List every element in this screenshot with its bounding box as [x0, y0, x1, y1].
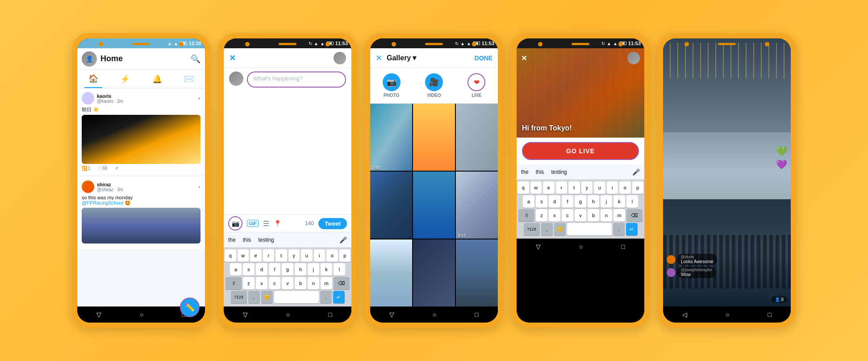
k4-i[interactable]: i — [607, 181, 618, 194]
search-icon[interactable]: 🔍 — [191, 54, 200, 64]
home-btn-4[interactable]: ○ — [579, 243, 583, 250]
k4-k[interactable]: k — [613, 195, 625, 208]
nav-home-icon[interactable]: 🏠 — [84, 70, 102, 88]
compose-fab[interactable]: ✏️ — [180, 298, 200, 317]
back-btn-2[interactable]: ▽ — [243, 311, 248, 318]
k4-j[interactable]: j — [601, 195, 612, 208]
k4-o[interactable]: o — [619, 181, 631, 194]
k4-c[interactable]: c — [562, 209, 573, 222]
k4-g[interactable]: g — [575, 195, 586, 208]
gallery-item-3[interactable] — [456, 104, 498, 171]
key-c[interactable]: c — [269, 277, 280, 290]
like-action[interactable]: ♡ 66 — [98, 166, 108, 171]
key-j[interactable]: j — [308, 263, 319, 276]
k4-d[interactable]: d — [549, 195, 560, 208]
gallery-item-2[interactable] — [413, 104, 455, 171]
close-button[interactable]: ✕ — [229, 53, 236, 63]
back-btn-5[interactable]: ◁ — [682, 311, 687, 318]
k4-s[interactable]: s — [536, 195, 547, 208]
gallery-item-6[interactable]: 3:17 — [456, 172, 498, 239]
gallery-item-8[interactable] — [413, 239, 455, 306]
home-button[interactable]: ○ — [140, 311, 143, 318]
key-i[interactable]: i — [314, 249, 326, 262]
suggestion-4-3[interactable]: testing — [551, 169, 567, 175]
home-btn-5[interactable]: ○ — [726, 311, 729, 318]
key-s[interactable]: s — [243, 263, 255, 276]
key-h[interactable]: h — [295, 263, 306, 276]
key-e[interactable]: e — [250, 249, 262, 262]
recent-btn-2[interactable]: □ — [329, 311, 332, 318]
key-z[interactable]: z — [243, 277, 255, 290]
nav-bell-icon[interactable]: 🔔 — [148, 70, 166, 88]
key-p[interactable]: p — [339, 249, 351, 262]
k4-123[interactable]: ?123 — [524, 223, 540, 235]
key-o[interactable]: o — [326, 249, 338, 262]
tweet-button[interactable]: Tweet — [318, 218, 347, 229]
back-btn-4[interactable]: ▽ — [536, 243, 541, 250]
key-v[interactable]: v — [282, 277, 293, 290]
media-type-photo[interactable]: 📷 PHOTO — [383, 73, 401, 98]
nav-lightning-icon[interactable]: ⚡ — [116, 70, 134, 88]
k4-f[interactable]: f — [562, 195, 573, 208]
share-action[interactable]: ↗ — [115, 166, 118, 171]
key-emoji[interactable]: 😊 — [261, 291, 273, 303]
key-d[interactable]: d — [256, 263, 267, 276]
done-button[interactable]: DONE — [475, 55, 492, 62]
suggestion-4-1[interactable]: the — [521, 169, 529, 175]
go-live-button[interactable]: GO LIVE — [522, 142, 639, 160]
k4-enter[interactable]: ↵ — [626, 223, 638, 235]
k4-comma[interactable]: , — [541, 223, 553, 235]
recent-btn-4[interactable]: □ — [622, 243, 625, 250]
k4-period[interactable]: . — [613, 223, 625, 235]
suggestion-4-2[interactable]: this — [536, 169, 544, 175]
recent-btn-5[interactable]: □ — [768, 311, 772, 318]
k4-emoji[interactable]: 😊 — [554, 223, 566, 235]
key-q[interactable]: q — [225, 249, 236, 262]
list-icon[interactable]: ☰ — [263, 219, 269, 228]
key-backspace[interactable]: ⌫ — [334, 277, 350, 290]
k4-t[interactable]: t — [568, 181, 580, 194]
mic-icon[interactable]: 🎤 — [339, 236, 347, 243]
k4-m[interactable]: m — [613, 209, 625, 222]
k4-e[interactable]: e — [543, 181, 555, 194]
gallery-item-9[interactable] — [456, 239, 498, 306]
key-u[interactable]: u — [301, 249, 313, 262]
location-icon[interactable]: 📍 — [274, 220, 281, 227]
key-l[interactable]: l — [334, 263, 345, 276]
back-button[interactable]: ▽ — [96, 311, 101, 318]
gallery-item-7[interactable] — [370, 239, 412, 306]
k4-w[interactable]: w — [530, 181, 542, 194]
k4-z[interactable]: z — [536, 209, 547, 222]
k4-x[interactable]: x — [549, 209, 560, 222]
key-w[interactable]: w — [238, 249, 249, 262]
mic-icon-4[interactable]: 🎤 — [632, 168, 640, 176]
key-m[interactable]: m — [321, 277, 332, 290]
gallery-item-4[interactable] — [370, 172, 412, 239]
suggestion-2[interactable]: this — [243, 237, 251, 243]
k4-a[interactable]: a — [523, 195, 534, 208]
k4-space[interactable] — [567, 223, 612, 235]
key-a[interactable]: a — [230, 263, 242, 276]
key-r[interactable]: r — [263, 249, 275, 262]
key-x[interactable]: x — [256, 277, 267, 290]
gallery-item-1[interactable]: 1:02 — [370, 104, 412, 171]
retweet-action[interactable]: 🔁 1 — [82, 166, 91, 171]
close-video-btn[interactable]: ✕ — [521, 54, 527, 63]
k4-v[interactable]: v — [575, 209, 586, 222]
k4-h[interactable]: h — [588, 195, 599, 208]
suggestion-3[interactable]: testing — [258, 237, 274, 243]
camera-icon[interactable]: 📷 — [228, 216, 242, 231]
gif-icon[interactable]: GIF — [247, 220, 259, 227]
gallery-item-5[interactable] — [413, 172, 455, 239]
key-comma[interactable]: , — [248, 291, 260, 303]
key-shift[interactable]: ⇧ — [225, 277, 242, 290]
key-n[interactable]: n — [308, 277, 319, 290]
back-btn-3[interactable]: ▽ — [389, 311, 394, 318]
key-y[interactable]: y — [288, 249, 300, 262]
k4-u[interactable]: u — [594, 181, 605, 194]
home-btn-2[interactable]: ○ — [286, 311, 290, 318]
media-type-live[interactable]: ❤ LIVE — [467, 73, 485, 98]
suggestion-1[interactable]: the — [228, 237, 236, 243]
recent-btn-3[interactable]: □ — [475, 311, 479, 318]
k4-b[interactable]: b — [588, 209, 599, 222]
